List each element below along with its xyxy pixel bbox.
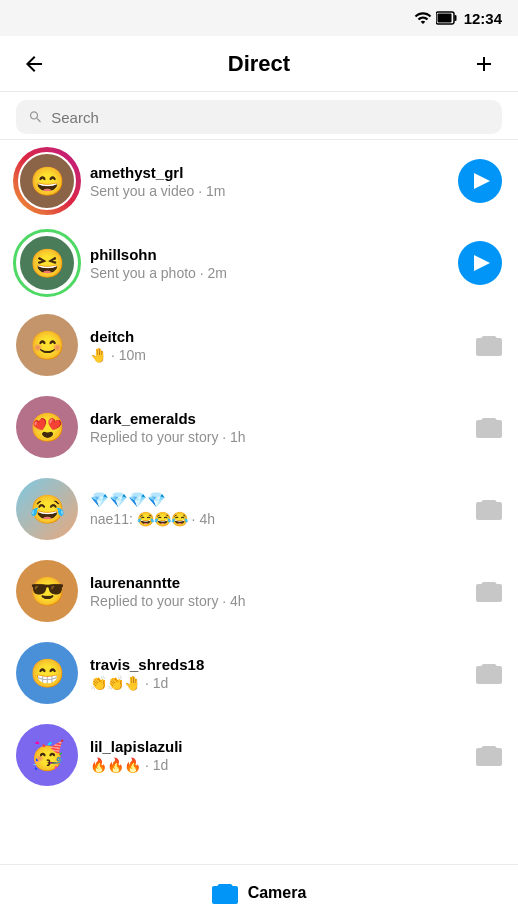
search-input[interactable] [51,109,490,126]
message-content: dark_emeralds Replied to your story · 1h [90,410,464,445]
avatar: 😎 [16,560,78,622]
camera-action-icon [476,580,502,602]
message-preview: Replied to your story · 4h [90,593,464,609]
camera-label: Camera [248,884,307,902]
message-content: travis_shreds18 👏👏🤚 · 1d [90,656,464,691]
svg-rect-2 [437,14,451,23]
search-wrap[interactable] [16,100,502,134]
messages-list: 😄 amethyst_grl Sent you a video · 1m 😆 p… [0,140,518,864]
add-icon [472,52,496,76]
message-preview: Sent you a video · 1m [90,183,446,199]
signal-icon [414,9,432,27]
camera-button[interactable] [476,498,502,520]
camera-button[interactable] [476,744,502,766]
camera-svg-icon [212,882,238,904]
message-username: laurenanntte [90,574,464,591]
avatar: 😆 [16,232,78,294]
message-item[interactable]: 😂 💎💎💎💎 nae11: 😂😂😂 · 4h [0,468,518,550]
back-button[interactable] [16,46,52,82]
avatar: 😄 [16,150,78,212]
bottom-bar[interactable]: Camera [0,864,518,920]
search-bar [0,92,518,140]
message-username: travis_shreds18 [90,656,464,673]
avatar: 🥳 [16,724,78,786]
back-icon [22,52,46,76]
svg-rect-1 [454,15,456,21]
camera-icon [212,882,238,904]
camera-action-icon [476,334,502,356]
message-item[interactable]: 😎 laurenanntte Replied to your story · 4… [0,550,518,632]
message-username: phillsohn [90,246,446,263]
avatar: 😁 [16,642,78,704]
message-preview: Sent you a photo · 2m [90,265,446,281]
message-content: phillsohn Sent you a photo · 2m [90,246,446,281]
message-preview: Replied to your story · 1h [90,429,464,445]
camera-action-icon [476,498,502,520]
play-button[interactable] [458,159,502,203]
camera-button[interactable] [476,580,502,602]
camera-button[interactable] [476,334,502,356]
play-button[interactable] [458,241,502,285]
add-button[interactable] [466,46,502,82]
message-username: deitch [90,328,464,345]
message-content: amethyst_grl Sent you a video · 1m [90,164,446,199]
message-preview: nae11: 😂😂😂 · 4h [90,511,464,527]
avatar: 😍 [16,396,78,458]
top-nav: Direct [0,36,518,92]
message-preview: 🔥🔥🔥 · 1d [90,757,464,773]
message-content: lil_lapislazuli 🔥🔥🔥 · 1d [90,738,464,773]
message-item[interactable]: 😆 phillsohn Sent you a photo · 2m [0,222,518,304]
message-username: dark_emeralds [90,410,464,427]
search-icon [28,109,43,125]
camera-button[interactable] [476,416,502,438]
camera-action-icon [476,416,502,438]
message-preview: 🤚 · 10m [90,347,464,363]
avatar: 😊 [16,314,78,376]
message-username: lil_lapislazuli [90,738,464,755]
message-username: 💎💎💎💎 [90,491,464,509]
message-preview: 👏👏🤚 · 1d [90,675,464,691]
message-content: laurenanntte Replied to your story · 4h [90,574,464,609]
message-item[interactable]: 🥳 lil_lapislazuli 🔥🔥🔥 · 1d [0,714,518,796]
message-item[interactable]: 😁 travis_shreds18 👏👏🤚 · 1d [0,632,518,714]
camera-action-icon [476,744,502,766]
time-display: 12:34 [464,10,502,27]
page-title: Direct [228,51,290,77]
message-item[interactable]: 😄 amethyst_grl Sent you a video · 1m [0,140,518,222]
message-content: 💎💎💎💎 nae11: 😂😂😂 · 4h [90,491,464,527]
camera-button[interactable] [476,662,502,684]
message-item[interactable]: 😊 deitch 🤚 · 10m [0,304,518,386]
message-item[interactable]: 😍 dark_emeralds Replied to your story · … [0,386,518,468]
message-username: amethyst_grl [90,164,446,181]
battery-icon [436,11,458,25]
camera-action-icon [476,662,502,684]
status-bar: 12:34 [0,0,518,36]
status-icons [414,9,458,27]
message-content: deitch 🤚 · 10m [90,328,464,363]
avatar: 😂 [16,478,78,540]
